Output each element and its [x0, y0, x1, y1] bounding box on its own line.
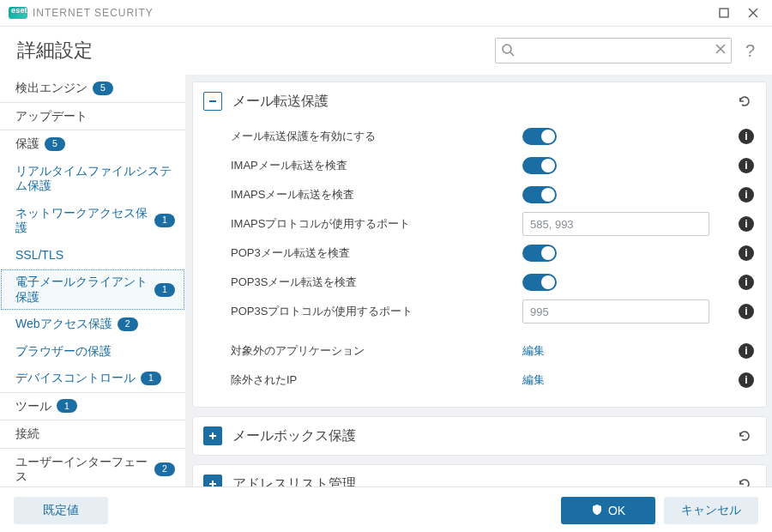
- port-input[interactable]: [522, 299, 709, 323]
- undo-icon[interactable]: [735, 92, 754, 111]
- port-input[interactable]: [522, 212, 709, 236]
- setting-row: IMAPSメール転送を検査i: [231, 180, 754, 209]
- close-icon: [715, 43, 727, 55]
- setting-row: [231, 326, 754, 336]
- panel-header[interactable]: メールボックス保護: [193, 417, 766, 455]
- ok-button[interactable]: OK: [561, 497, 655, 524]
- info-icon[interactable]: i: [739, 158, 754, 173]
- sidebar: 検出エンジン5アップデート保護5リアルタイムファイルシステム保護ネットワークアク…: [0, 75, 185, 487]
- sidebar-group[interactable]: ユーザーインターフェース2: [0, 449, 185, 487]
- sidebar-group[interactable]: 保護5: [0, 130, 185, 158]
- panel-header[interactable]: アドレスリスト管理: [193, 465, 766, 487]
- setting-row: メール転送保護を有効にするi: [231, 122, 754, 151]
- sidebar-item-label: ネットワークアクセス保護: [15, 206, 149, 236]
- content-area: メール転送保護メール転送保護を有効にするiIMAPメール転送を検査iIMAPSメ…: [185, 75, 772, 487]
- panel-mailbox: メールボックス保護: [192, 416, 767, 456]
- sidebar-item-label: ツール: [15, 399, 51, 414]
- setting-info: i: [703, 275, 754, 290]
- sidebar-item-label: ユーザーインターフェース: [15, 455, 149, 485]
- setting-control: [522, 299, 709, 323]
- info-icon[interactable]: i: [739, 187, 754, 203]
- sidebar-badge: 1: [154, 214, 175, 227]
- window-maximize-button[interactable]: [712, 1, 736, 25]
- sidebar-item[interactable]: 電子メールクライアント保護1: [0, 269, 185, 311]
- undo-icon[interactable]: [735, 426, 754, 445]
- toggle-switch[interactable]: [522, 157, 557, 174]
- info-icon[interactable]: i: [739, 304, 754, 319]
- window-close-button[interactable]: [741, 1, 765, 25]
- sidebar-group[interactable]: アップデート: [0, 103, 185, 130]
- sidebar-item-label: アップデート: [15, 109, 87, 124]
- sidebar-item[interactable]: SSL/TLS: [0, 242, 185, 269]
- sidebar-item-label: ブラウザーの保護: [15, 344, 112, 360]
- edit-link[interactable]: 編集: [522, 372, 545, 388]
- undo-icon[interactable]: [735, 475, 754, 487]
- app-logo: [9, 7, 27, 19]
- sidebar-item[interactable]: Webアクセス保護2: [0, 311, 185, 338]
- sidebar-item[interactable]: ネットワークアクセス保護1: [0, 200, 185, 242]
- info-icon[interactable]: i: [739, 216, 754, 232]
- setting-label: POP3Sメール転送を検査: [231, 275, 522, 290]
- setting-info: i: [703, 372, 754, 388]
- toggle-switch[interactable]: [522, 245, 557, 262]
- svg-rect-0: [720, 9, 728, 17]
- setting-info: i: [703, 343, 754, 359]
- sidebar-item[interactable]: デバイスコントロール1: [0, 365, 185, 392]
- sidebar-item-label: SSL/TLS: [15, 248, 63, 263]
- collapse-icon[interactable]: [203, 92, 222, 111]
- setting-label: POP3Sプロトコルが使用するポート: [231, 304, 522, 319]
- page-title: 詳細設定: [17, 38, 93, 63]
- footer: 既定値 OK キャンセル: [0, 487, 772, 532]
- toggle-switch[interactable]: [522, 128, 557, 145]
- sidebar-item[interactable]: ブラウザーの保護: [0, 338, 185, 366]
- setting-row: 対象外のアプリケーション編集i: [231, 336, 754, 366]
- sidebar-badge: 1: [154, 283, 175, 297]
- search-clear-button[interactable]: [715, 43, 727, 55]
- search-input[interactable]: [495, 38, 732, 63]
- panel-header[interactable]: メール転送保護: [193, 82, 766, 120]
- setting-label: POP3メール転送を検査: [231, 245, 522, 261]
- sidebar-item[interactable]: リアルタイムファイルシステム保護: [0, 158, 185, 200]
- info-icon[interactable]: i: [739, 343, 754, 359]
- setting-control: 編集: [522, 372, 703, 388]
- cancel-button-label: キャンセル: [681, 503, 741, 518]
- ok-button-label: OK: [608, 504, 625, 517]
- toggle-switch[interactable]: [522, 186, 557, 203]
- setting-row: 除外されたIP編集i: [231, 366, 754, 395]
- setting-row: IMAPメール転送を検査i: [231, 151, 754, 180]
- sidebar-group[interactable]: 検出エンジン5: [0, 75, 185, 102]
- setting-label: IMAPメール転送を検査: [231, 158, 522, 173]
- panel-title: メール転送保護: [232, 93, 725, 111]
- sidebar-item-label: 電子メールクライアント保護: [15, 275, 149, 305]
- cancel-button[interactable]: キャンセル: [664, 497, 758, 524]
- setting-label: 対象外のアプリケーション: [231, 343, 522, 359]
- expand-icon[interactable]: [203, 475, 222, 487]
- defaults-button-label: 既定値: [43, 503, 79, 518]
- info-icon[interactable]: i: [739, 245, 754, 261]
- info-icon[interactable]: i: [739, 275, 754, 290]
- info-icon[interactable]: i: [739, 372, 754, 388]
- setting-info: i: [709, 304, 754, 319]
- edit-link[interactable]: 編集: [522, 343, 545, 359]
- setting-control: [522, 186, 703, 203]
- panel-mail-transport: メール転送保護メール転送保護を有効にするiIMAPメール転送を検査iIMAPSメ…: [192, 82, 767, 408]
- sidebar-badge: 5: [45, 137, 65, 151]
- setting-control: 編集: [522, 343, 703, 359]
- sidebar-item-label: デバイスコントロール: [15, 371, 136, 386]
- setting-info: i: [703, 245, 754, 261]
- setting-control: [522, 212, 709, 236]
- search-icon: [501, 43, 515, 59]
- titlebar: INTERNET SECURITY: [0, 0, 772, 27]
- setting-control: [522, 274, 703, 291]
- info-icon[interactable]: i: [739, 129, 754, 144]
- help-button[interactable]: ?: [740, 41, 760, 61]
- defaults-button[interactable]: 既定値: [14, 497, 108, 524]
- expand-icon[interactable]: [203, 426, 222, 445]
- sidebar-group[interactable]: 接続: [0, 420, 185, 448]
- setting-control: [522, 245, 703, 262]
- sidebar-group[interactable]: ツール1: [0, 393, 185, 420]
- maximize-icon: [719, 8, 729, 18]
- sidebar-item-label: リアルタイムファイルシステム保護: [15, 164, 175, 194]
- sidebar-item-label: 保護: [15, 136, 39, 152]
- toggle-switch[interactable]: [522, 274, 557, 291]
